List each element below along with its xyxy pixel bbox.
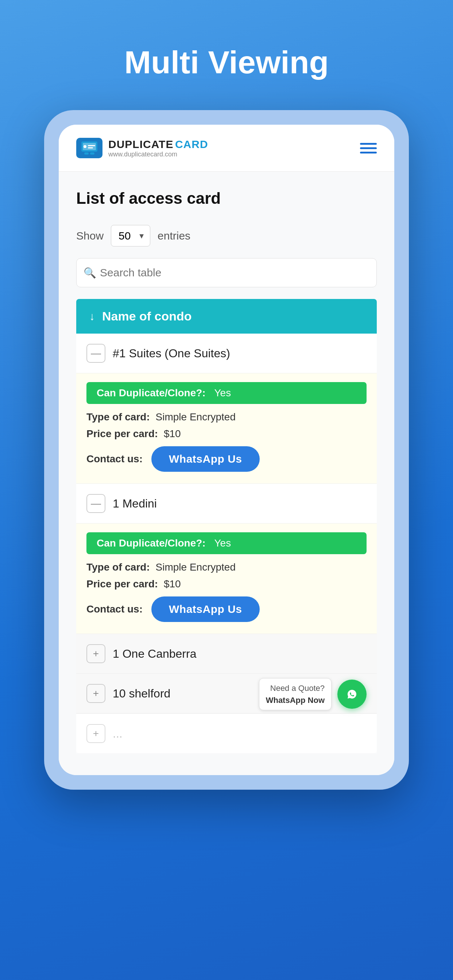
row-header-2[interactable]: — 1 Medini [76, 484, 377, 523]
logo-text: DUPLICATE CARD [108, 138, 208, 151]
row-name-1: #1 Suites (One Suites) [113, 347, 230, 360]
logo-text-area: DUPLICATE CARD www.duplicatecard.com [108, 138, 208, 158]
logo-url: www.duplicatecard.com [108, 151, 208, 158]
row-header-1[interactable]: — #1 Suites (One Suites) [76, 334, 377, 373]
entries-label: entries [158, 230, 190, 242]
logo-card: CARD [175, 138, 208, 150]
sort-arrow-icon: ↓ [89, 310, 95, 323]
minus-icon: — [91, 498, 101, 509]
whatsapp-button-2[interactable]: WhatsApp Us [152, 597, 260, 622]
svg-rect-4 [88, 147, 93, 148]
svg-rect-6 [90, 153, 94, 154]
phone-screen: DUPLICATE CARD www.duplicatecard.com Lis… [59, 125, 394, 775]
fab-tooltip: Need a Quote? WhatsApp Now [259, 678, 332, 710]
type-label-1: Type of card: [86, 411, 150, 423]
page-heading: List of access card [76, 189, 377, 207]
row-toggle-minus-1[interactable]: — [86, 344, 105, 363]
table-row: + 10 shelford Need a Quote? WhatsApp Now [76, 674, 377, 713]
duplicate-badge-1: Can Duplicate/Clone?: Yes [86, 382, 367, 404]
plus-icon: + [93, 687, 99, 699]
contact-label-1: Contact us: [86, 453, 143, 465]
whatsapp-fab-icon [344, 686, 360, 702]
fab-line2: WhatsApp Now [266, 694, 325, 706]
can-duplicate-label-2: Can Duplicate/Clone?: [97, 538, 206, 549]
entries-select[interactable]: 50 25 10 [111, 225, 150, 247]
card-details-2: Can Duplicate/Clone?: Yes Type of card: … [76, 523, 377, 634]
logo-icon [76, 138, 102, 158]
row-toggle-plus-5[interactable]: + [86, 724, 105, 743]
row-header-3[interactable]: + 1 One Canberra [76, 634, 377, 673]
row-toggle-plus-3[interactable]: + [86, 644, 105, 663]
logo-area: DUPLICATE CARD www.duplicatecard.com [76, 138, 208, 158]
contact-label-2: Contact us: [86, 603, 143, 615]
can-duplicate-label-1: Can Duplicate/Clone?: [97, 387, 206, 398]
contact-row-2: Contact us: WhatsApp Us [86, 597, 367, 622]
type-of-card-row-2: Type of card: Simple Encrypted [86, 562, 367, 573]
price-per-card-row-2: Price per card: $10 [86, 578, 367, 590]
row-name-5: ... [113, 727, 123, 740]
svg-point-2 [83, 145, 86, 148]
hamburger-menu-icon[interactable] [360, 143, 377, 153]
can-duplicate-value-2: Yes [214, 538, 231, 549]
phone-frame: DUPLICATE CARD www.duplicatecard.com Lis… [44, 110, 409, 790]
row-name-2: 1 Medini [113, 497, 157, 511]
type-label-2: Type of card: [86, 562, 150, 573]
price-value-2: $10 [164, 578, 181, 590]
svg-rect-5 [84, 153, 89, 154]
table-row: — #1 Suites (One Suites) Can Duplicate/C… [76, 334, 377, 484]
can-duplicate-value-1: Yes [214, 387, 231, 398]
whatsapp-fab-button[interactable] [337, 679, 367, 709]
table-row: + ... [76, 713, 377, 753]
search-icon: 🔍 [83, 267, 96, 279]
page-title: Multi Viewing [124, 44, 329, 81]
contact-row-1: Contact us: WhatsApp Us [86, 446, 367, 472]
price-label-1: Price per card: [86, 428, 158, 439]
show-entries-row: Show 50 25 10 entries [76, 225, 377, 247]
row-toggle-plus-4[interactable]: + [86, 684, 105, 703]
search-input[interactable] [76, 258, 377, 287]
whatsapp-button-1[interactable]: WhatsApp Us [152, 446, 260, 472]
price-label-2: Price per card: [86, 578, 158, 590]
table-column-header: Name of condo [102, 309, 192, 323]
table-row: — 1 Medini Can Duplicate/Clone?: Yes Typ… [76, 484, 377, 634]
row-toggle-minus-2[interactable]: — [86, 494, 105, 513]
main-content: List of access card Show 50 25 10 entrie… [59, 172, 394, 775]
table-body: — #1 Suites (One Suites) Can Duplicate/C… [76, 334, 377, 753]
fab-line1: Need a Quote? [266, 682, 325, 694]
minus-icon: — [91, 347, 101, 359]
search-wrapper: 🔍 [76, 258, 377, 287]
type-value-1: Simple Encrypted [156, 411, 236, 423]
type-value-2: Simple Encrypted [156, 562, 236, 573]
price-per-card-row-1: Price per card: $10 [86, 428, 367, 440]
card-details-1: Can Duplicate/Clone?: Yes Type of card: … [76, 373, 377, 484]
duplicate-badge-2: Can Duplicate/Clone?: Yes [86, 532, 367, 554]
logo-duplicate: DUPLICATE [108, 138, 173, 150]
app-header: DUPLICATE CARD www.duplicatecard.com [59, 125, 394, 172]
plus-icon: + [93, 648, 99, 660]
price-value-1: $10 [164, 428, 181, 439]
fab-container: Need a Quote? WhatsApp Now [259, 678, 367, 710]
show-label: Show [76, 230, 104, 242]
table-header[interactable]: ↓ Name of condo [76, 299, 377, 334]
entries-select-wrapper[interactable]: 50 25 10 [111, 225, 150, 247]
svg-rect-3 [88, 145, 95, 146]
plus-icon: + [93, 728, 99, 740]
row-name-3: 1 One Canberra [113, 647, 196, 660]
row-name-4: 10 shelford [113, 687, 170, 700]
type-of-card-row-1: Type of card: Simple Encrypted [86, 411, 367, 423]
table-row: + 1 One Canberra [76, 634, 377, 674]
